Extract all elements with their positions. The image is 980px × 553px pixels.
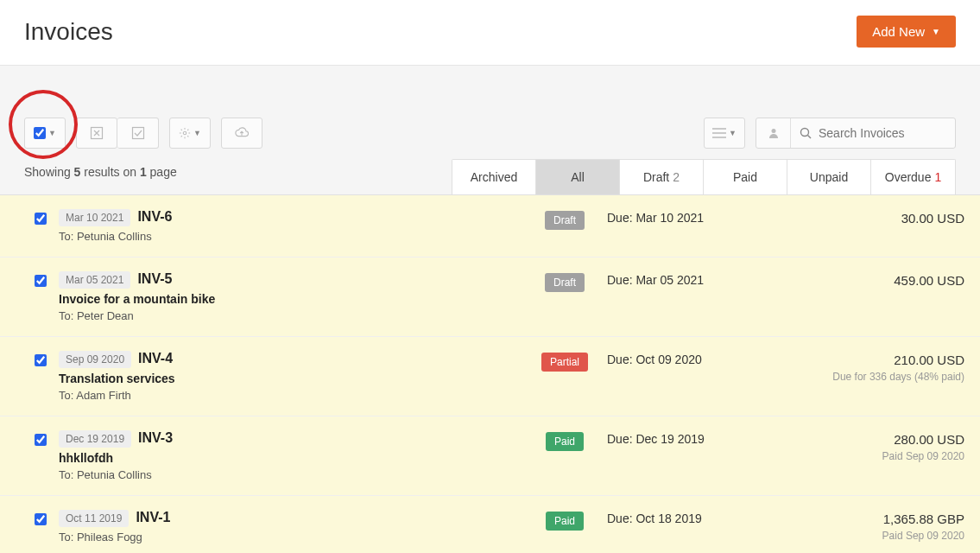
invoice-subject: Invoice for a mountain bike <box>59 292 522 306</box>
amount: 210.00 USD <box>800 353 964 367</box>
due-date: Due: Dec 19 2019 <box>607 430 788 446</box>
row-checkbox[interactable] <box>35 434 47 446</box>
invoice-date: Sep 09 2020 <box>59 351 131 368</box>
cloud-icon <box>235 127 249 139</box>
invoice-number: INV-1 <box>136 510 170 524</box>
amount-sub: Due for 336 days (48% paid) <box>800 371 964 383</box>
invoice-recipient: To: Adam Firth <box>59 389 522 402</box>
view-options-dropdown[interactable]: ▼ <box>704 118 745 149</box>
invoice-date: Mar 05 2021 <box>59 271 130 289</box>
tab-paid[interactable]: Paid <box>704 160 787 194</box>
tab-unpaid[interactable]: Unpaid <box>787 160 871 194</box>
person-icon <box>768 127 780 139</box>
status-badge: Paid <box>546 512 584 531</box>
approve-button[interactable] <box>117 118 159 149</box>
actions-dropdown[interactable]: ▼ <box>169 118 211 149</box>
add-new-button[interactable]: Add New ▼ <box>857 16 956 48</box>
invoice-row[interactable]: Mar 05 2021INV-5Invoice for a mountain b… <box>0 257 980 337</box>
amount-col: 210.00 USDDue for 336 days (48% paid) <box>800 351 964 383</box>
delete-button[interactable] <box>76 118 117 149</box>
row-checkbox[interactable] <box>35 513 47 525</box>
row-checkbox[interactable] <box>35 354 47 366</box>
invoice-date: Oct 11 2019 <box>59 510 129 527</box>
tab-all[interactable]: All <box>536 160 620 194</box>
tab-label: All <box>571 170 585 184</box>
row-main: Sep 09 2020INV-4Translation servicesTo: … <box>59 351 522 402</box>
amount: 30.00 USD <box>800 211 964 226</box>
check-square-icon <box>131 126 145 140</box>
list-icon <box>712 128 726 138</box>
status-badge: Paid <box>546 432 584 451</box>
row-main: Mar 05 2021INV-5Invoice for a mountain b… <box>59 271 522 322</box>
results-summary: Showing 5 results on 1 page <box>24 165 177 194</box>
tab-draft[interactable]: Draft2 <box>620 160 704 194</box>
tab-label: Archived <box>471 170 517 184</box>
invoice-number: INV-3 <box>138 430 173 445</box>
invoice-row[interactable]: Sep 09 2020INV-4Translation servicesTo: … <box>0 337 980 416</box>
invoice-recipient: To: Phileas Fogg <box>59 531 522 543</box>
row-main: Oct 11 2019INV-1To: Phileas Fogg <box>59 510 522 543</box>
tab-label: Paid <box>733 170 757 184</box>
status-col: Draft <box>534 209 595 230</box>
status-col: Draft <box>534 271 595 292</box>
status-col: Paid <box>534 430 595 451</box>
row-checkbox[interactable] <box>35 275 47 287</box>
invoice-recipient: To: Petunia Collins <box>59 230 522 243</box>
tab-overdue[interactable]: Overdue1 <box>871 160 955 194</box>
due-date: Due: Mar 10 2021 <box>607 209 788 225</box>
status-badge: Partial <box>541 353 588 372</box>
caret-down-icon: ▼ <box>193 129 201 137</box>
row-checkbox[interactable] <box>35 213 47 225</box>
amount-col: 1,365.88 GBPPaid Sep 09 2020 <box>800 510 964 542</box>
tab-label: Draft <box>643 170 669 184</box>
filter-tabs: ArchivedAllDraft2PaidUnpaidOverdue1 <box>452 159 956 194</box>
amount-col: 459.00 USD <box>800 271 964 288</box>
invoice-date: Mar 10 2021 <box>59 209 130 226</box>
invoice-recipient: To: Peter Dean <box>59 309 522 322</box>
search-input[interactable] <box>791 126 955 140</box>
caret-down-icon: ▼ <box>48 129 56 137</box>
x-square-icon <box>90 126 104 140</box>
invoice-list: Mar 10 2021INV-6To: Petunia CollinsDraft… <box>0 194 980 553</box>
due-date: Due: Mar 05 2021 <box>607 271 788 287</box>
tab-archived[interactable]: Archived <box>452 160 536 194</box>
due-date: Due: Oct 09 2020 <box>607 351 788 366</box>
svg-rect-1 <box>132 128 143 139</box>
tab-label: Unpaid <box>810 170 848 184</box>
svg-point-2 <box>183 131 187 135</box>
page-title: Invoices <box>24 18 113 46</box>
due-date: Due: Oct 18 2019 <box>607 510 788 525</box>
amount-col: 30.00 USD <box>800 209 964 226</box>
select-all-dropdown[interactable]: ▼ <box>24 118 66 149</box>
invoice-number: INV-6 <box>137 209 172 224</box>
invoice-number: INV-4 <box>138 351 173 365</box>
status-col: Paid <box>534 510 595 531</box>
invoice-subject: Translation services <box>59 372 522 385</box>
tab-label: Overdue <box>885 170 932 184</box>
status-badge: Draft <box>545 273 585 292</box>
tab-count: 2 <box>673 170 680 184</box>
search-user-filter[interactable] <box>756 118 791 148</box>
amount: 1,365.88 GBP <box>800 512 964 526</box>
status-badge: Draft <box>545 211 585 230</box>
invoice-row[interactable]: Oct 11 2019INV-1To: Phileas FoggPaidDue:… <box>0 496 980 553</box>
amount-sub: Paid Sep 09 2020 <box>800 450 964 462</box>
amount: 280.00 USD <box>800 432 964 447</box>
row-main: Dec 19 2019INV-3hhkllofdhTo: Petunia Col… <box>59 430 522 481</box>
invoice-subject: hhkllofdh <box>59 451 522 465</box>
caret-down-icon: ▼ <box>932 27 940 36</box>
amount: 459.00 USD <box>800 273 964 288</box>
export-button[interactable] <box>221 118 262 149</box>
search-group <box>756 118 956 149</box>
invoice-row[interactable]: Mar 10 2021INV-6To: Petunia CollinsDraft… <box>0 195 980 257</box>
invoice-date: Dec 19 2019 <box>59 430 131 448</box>
caret-down-icon: ▼ <box>729 129 737 137</box>
svg-point-3 <box>771 129 775 133</box>
row-main: Mar 10 2021INV-6To: Petunia Collins <box>59 209 522 243</box>
amount-sub: Paid Sep 09 2020 <box>800 530 964 542</box>
tab-count: 1 <box>934 170 941 184</box>
invoice-row[interactable]: Dec 19 2019INV-3hhkllofdhTo: Petunia Col… <box>0 416 980 496</box>
invoice-recipient: To: Petunia Collins <box>59 468 522 481</box>
amount-col: 280.00 USDPaid Sep 09 2020 <box>800 430 964 462</box>
select-all-checkbox[interactable] <box>34 127 46 139</box>
